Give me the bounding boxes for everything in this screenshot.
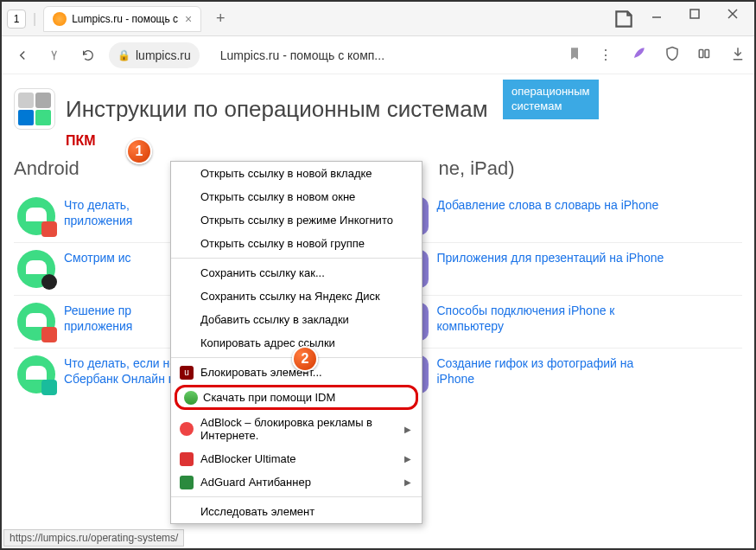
close-window-button[interactable] (727, 8, 749, 30)
status-bar: https://lumpics.ru/operating-systems/ (3, 529, 184, 547)
addressbar: 🔒 lumpics.ru Lumpics.ru - помощь с комп.… (2, 36, 754, 74)
cm-inspect-element[interactable]: Исследовать элемент (171, 500, 422, 523)
tab-counter[interactable]: 1 (7, 10, 26, 29)
article-link[interactable]: Создание гифок из фотографий наiPhone (437, 355, 634, 387)
bookmark-icon[interactable] (568, 46, 581, 65)
idm-icon (184, 391, 198, 405)
cm-adblocker-ultimate[interactable]: AdBlocker Ultimate ▶ (171, 447, 422, 470)
callout-2: 2 (292, 346, 318, 372)
favicon-icon (53, 12, 67, 26)
feather-icon[interactable] (630, 45, 647, 66)
list-item[interactable]: Способы подключения iPhone ккомпьютеру (387, 295, 743, 348)
cm-open-incognito[interactable]: Открыть ссылку в режиме Инкогнито (171, 208, 422, 232)
ios-column: ne, iPad) Добавление слова в словарь на … (387, 157, 743, 400)
breadcrumb-tooltip: операционным системам (503, 80, 599, 119)
page-heading: Инструкции по операционным системам (66, 96, 488, 123)
chevron-right-icon: ▶ (404, 454, 411, 464)
url-domain: lumpics.ru (136, 48, 191, 62)
context-menu: Открыть ссылку в новой вкладке Открыть с… (170, 161, 422, 524)
close-tab-icon[interactable]: × (185, 12, 192, 26)
yandex-button[interactable] (43, 43, 67, 67)
minimize-button[interactable] (651, 8, 673, 30)
cm-open-new-window[interactable]: Открыть ссылку в новом окне (171, 185, 422, 208)
cm-save-yandex-disk[interactable]: Сохранить ссылку на Яндекс Диск (171, 285, 422, 308)
lock-icon: 🔒 (118, 49, 130, 61)
shield-icon[interactable] (664, 46, 680, 65)
browser-tab[interactable]: Lumpics.ru - помощь с × (43, 6, 201, 32)
chevron-right-icon: ▶ (404, 425, 411, 434)
new-tab-button[interactable]: + (210, 9, 231, 29)
svg-rect-5 (705, 49, 709, 57)
badge-icon (41, 274, 57, 290)
tooltip-line1: операционным (511, 85, 590, 98)
back-button[interactable] (10, 43, 35, 67)
cm-separator (171, 496, 422, 497)
titlebar: 1 | Lumpics.ru - помощь с × + (2, 2, 754, 36)
list-item[interactable]: Создание гифок из фотографий наiPhone (387, 348, 743, 400)
article-link[interactable]: Добавление слова в словарь на iPhone (437, 197, 659, 213)
tooltip-line2: системам (511, 99, 562, 112)
tab-title: Lumpics.ru - помощь с (72, 13, 178, 25)
article-link[interactable]: Смотрим ис (64, 250, 131, 265)
cm-save-link-as[interactable]: Сохранить ссылку как... (171, 261, 422, 285)
list-item[interactable]: Приложения для презентаций на iPhone (387, 242, 743, 295)
badge-icon (41, 221, 57, 237)
chevron-right-icon: ▶ (404, 477, 411, 487)
badge-icon (41, 327, 57, 342)
cm-separator (171, 258, 422, 259)
callout-1: 1 (126, 138, 152, 164)
cm-adguard[interactable]: AdGuard Антибаннер ▶ (171, 470, 422, 494)
page-header: Инструкции по операционным системам (14, 88, 742, 130)
svg-rect-4 (699, 49, 703, 57)
list-item[interactable]: Добавление слова в словарь на iPhone (387, 190, 743, 242)
kebab-menu-icon[interactable]: ⋮ (599, 47, 613, 63)
cm-add-bookmark[interactable]: Добавить ссылку в закладки (171, 308, 422, 331)
maximize-button[interactable] (689, 8, 711, 30)
tab-separator: | (33, 11, 36, 27)
article-link[interactable]: Что делать,приложения (64, 197, 132, 228)
article-link[interactable]: Способы подключения iPhone ккомпьютеру (437, 303, 615, 334)
cm-open-new-tab[interactable]: Открыть ссылку в новой вкладке (171, 162, 422, 185)
url-box[interactable]: 🔒 lumpics.ru (109, 42, 200, 68)
adblock-icon (180, 422, 194, 436)
reload-button[interactable] (76, 43, 100, 67)
cm-open-new-group[interactable]: Открыть ссылку в новой группе (171, 232, 422, 255)
svg-rect-1 (690, 10, 699, 18)
extensions-icon[interactable] (697, 46, 713, 65)
article-link[interactable]: Приложения для презентаций на iPhone (437, 250, 664, 265)
downloads-icon[interactable] (730, 46, 746, 65)
os-category-icon (14, 88, 55, 130)
adguard-icon (180, 476, 194, 489)
ublock-icon: u (180, 366, 194, 380)
pkm-annotation: ПКМ (66, 133, 742, 149)
adblocker-ultimate-icon (180, 452, 194, 466)
bookmark-toolbar-icon[interactable] (613, 8, 635, 30)
article-link[interactable]: Решение прприложения (64, 303, 132, 334)
cm-download-idm[interactable]: Скачать при помощи IDM (175, 385, 418, 410)
badge-icon (41, 380, 57, 395)
address-page-title: Lumpics.ru - помощь с комп... (220, 48, 559, 62)
cm-adblock[interactable]: AdBlock – блокировка рекламы в Интернете… (171, 411, 422, 447)
ios-column-title: ne, iPad) (387, 157, 743, 180)
